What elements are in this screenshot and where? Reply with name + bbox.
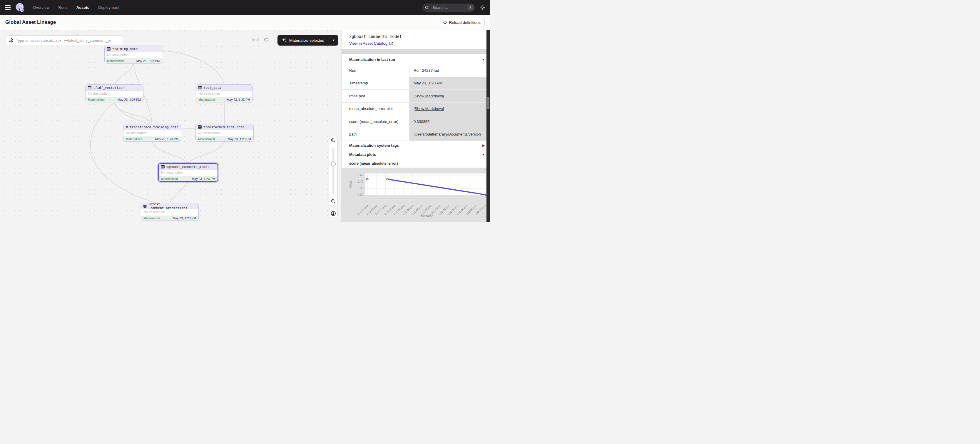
asset-node-transformed_test_data[interactable]: transformed_test_data No description Mat…	[196, 124, 254, 142]
nav-item-deployment[interactable]: Deployment	[98, 5, 119, 10]
zoom-slider[interactable]	[329, 145, 337, 197]
table-icon	[161, 165, 165, 169]
asset-node-footer: Materialized May 23, 1:23 PM	[86, 97, 143, 102]
asset-node-footer: Materialized May 23, 1:23 PM	[159, 176, 218, 181]
asset-node-tfidf_vectorizer[interactable]: tfidf_vectorizer No description Material…	[85, 84, 143, 102]
search-shortcut-badge: /	[468, 5, 473, 10]
chevron-down-icon: ▼	[482, 58, 485, 61]
metadata-row: Timestamp May 23, 1:23 PM	[342, 77, 490, 90]
metadata-key: mean_absolute_error plot	[342, 103, 409, 115]
materialized-timestamp: May 23, 1:23 PM	[155, 137, 178, 141]
asset-node-header: xgboost_comments_model	[159, 164, 218, 170]
materialized-status: Materialized	[143, 216, 160, 220]
asset-node-description: No description	[141, 209, 199, 215]
view-in-asset-catalog-link[interactable]: View in Asset Catalog	[349, 41, 393, 46]
asset-node-description: No description	[196, 130, 253, 137]
score-line-chart[interactable]: 0.450.400.350.301:20:36 p.m.1:20:48 p.m.…	[342, 168, 490, 222]
search-icon	[423, 5, 430, 11]
table-icon	[199, 86, 202, 89]
search-placeholder: Search…	[433, 5, 468, 10]
table-icon	[88, 86, 91, 89]
chevron-right-icon: ▶	[482, 144, 485, 147]
metadata-link[interactable]: /Users/odetteharary/Documents/version	[414, 132, 481, 137]
section-materialization-in-last-run[interactable]: Materialization in last run ▼	[342, 55, 490, 64]
y-tick-label: 0.30	[355, 193, 363, 196]
selected-asset-name: xgboost_comments_model	[349, 34, 490, 39]
metadata-row: score (mean_absolute_error) 0.300855	[342, 115, 490, 128]
zoom-out-button[interactable]	[329, 197, 337, 205]
hamburger-menu-icon[interactable]	[5, 5, 11, 10]
asset-node-xgboost_comments_model[interactable]: xgboost_comments_model No description Ma…	[158, 163, 218, 182]
page-scrollbar[interactable]	[487, 30, 490, 222]
run-id-link[interactable]: 242374ad	[422, 68, 439, 73]
table-icon	[143, 204, 147, 208]
sparkles-icon	[282, 38, 286, 43]
asset-node-latest_comment_predictions[interactable]: latest_…_comment_predictions No descript…	[141, 203, 199, 221]
materialize-selected-button[interactable]: Materialize selected ▼	[277, 35, 338, 46]
main-content: training_data No description Materialize…	[0, 30, 490, 222]
nav-item-assets[interactable]: Assets	[76, 5, 89, 10]
refresh-graph-icon[interactable]	[264, 37, 268, 42]
materialized-status: Materialized	[107, 59, 124, 63]
materialized-timestamp: May 23, 1:23 PM	[228, 137, 251, 141]
asset-node-footer: Materialized May 23, 1:23 PM	[196, 137, 253, 142]
materialized-status: Materialized	[198, 137, 215, 141]
metadata-value: May 23, 1:23 PM	[409, 77, 490, 90]
metadata-key: score (mean_absolute_error)	[342, 115, 409, 128]
metadata-table: Run Run242374ad Timestamp May 23, 1:23 P…	[342, 64, 490, 141]
asset-subset-filter[interactable]	[6, 35, 123, 45]
table-icon	[198, 125, 202, 129]
y-tick-label: 0.45	[355, 173, 363, 177]
materialized-timestamp: May 23, 1:23 PM	[137, 59, 160, 63]
metadata-link[interactable]: [Show Markdown]	[414, 107, 444, 111]
asset-details-panel: xgboost_comments_model View in Asset Cat…	[342, 30, 490, 222]
materialize-dropdown-caret[interactable]: ▼	[329, 35, 338, 46]
asset-node-training_data[interactable]: training_data No description Materialize…	[104, 46, 162, 64]
global-search-input[interactable]: Search… /	[422, 3, 475, 12]
metadata-row: Run Run242374ad	[342, 64, 490, 77]
y-tick-label: 0.40	[355, 180, 363, 183]
nav-item-runs[interactable]: Runs	[58, 5, 68, 10]
asset-node-transformed_training_data[interactable]: transformed_training_data No description…	[123, 124, 181, 142]
metadata-value: [Show Markdown]	[409, 103, 490, 115]
y-tick-label: 0.35	[355, 187, 363, 190]
zoom-slider-track[interactable]	[332, 148, 334, 194]
table-icon	[126, 125, 128, 129]
metadata-value: /Users/odetteharary/Documents/version	[409, 128, 490, 141]
external-link-icon	[389, 41, 393, 45]
section-metadata-plots[interactable]: Metadata plots ▼	[342, 150, 490, 159]
asset-subset-input[interactable]	[16, 38, 120, 43]
page-scrollbar-thumb[interactable]	[487, 97, 489, 109]
table-icon	[107, 47, 111, 51]
asset-node-description: No description	[124, 130, 181, 137]
asset-node-header: tfidf_vectorizer	[86, 85, 143, 91]
settings-gear-icon[interactable]	[480, 5, 485, 10]
zoom-slider-thumb[interactable]	[331, 161, 336, 166]
asset-node-header: test_data	[196, 85, 253, 91]
asset-node-name: training_data	[112, 47, 138, 51]
asset-lineage-canvas[interactable]: training_data No description Materialize…	[0, 30, 342, 222]
asset-node-header: training_data	[105, 46, 162, 52]
zoom-in-button[interactable]	[329, 136, 337, 145]
materialized-status: Materialized	[126, 137, 143, 141]
asset-node-header: transformed_test_data	[196, 124, 253, 130]
refresh-timer: 0:18	[251, 38, 259, 42]
asset-node-footer: Materialized May 23, 1:23 PM	[196, 97, 253, 102]
x-axis-title: Timestamp	[418, 214, 433, 218]
asset-node-footer: Materialized May 23, 1:23 PM	[105, 58, 162, 63]
run-prefix: Run	[414, 68, 421, 73]
metadata-key: Run	[342, 64, 409, 77]
metadata-plot-title: score (mean_absolute_error)	[342, 159, 490, 168]
metadata-link[interactable]: [Show Markdown]	[414, 94, 444, 98]
download-image-button[interactable]	[329, 209, 338, 218]
asset-node-name: tfidf_vectorizer	[93, 86, 124, 90]
asset-node-test_data[interactable]: test_data No description Materialized Ma…	[196, 84, 253, 102]
reload-definitions-button[interactable]: Reload definitions	[439, 18, 485, 27]
materialized-timestamp: May 23, 1:23 PM	[227, 98, 250, 102]
section-materialization-system-tags[interactable]: Materialization system tags ▶	[342, 141, 490, 150]
panel-horizontal-scrollbar[interactable]	[342, 49, 490, 54]
asset-node-description: No description	[159, 170, 218, 176]
dagster-logo[interactable]	[15, 2, 25, 13]
nav-item-overview[interactable]: Overview	[33, 5, 49, 10]
metadata-value: 0.300855	[409, 115, 490, 128]
